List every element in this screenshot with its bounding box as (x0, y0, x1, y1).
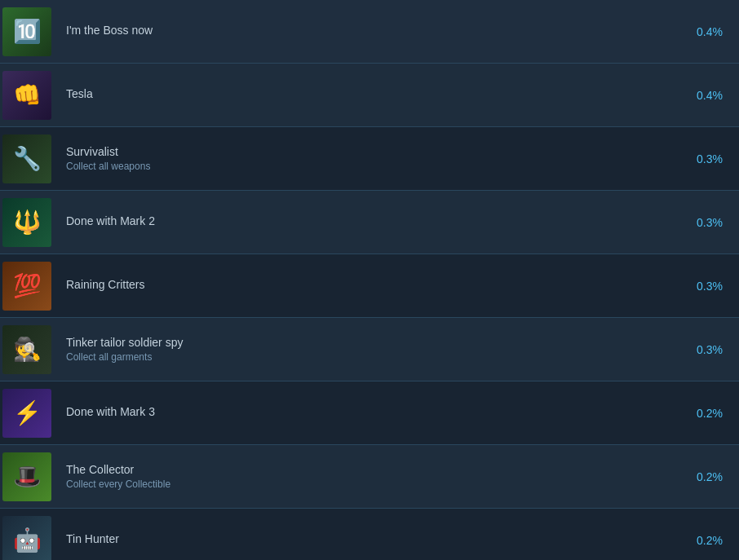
achievement-info-tesla: Tesla (54, 79, 690, 111)
achievement-percent-mark3: 0.2% (690, 407, 739, 420)
icon-symbol-collector: 🎩 (13, 465, 42, 488)
achievement-desc-collector: Collect every Collectible (66, 478, 678, 490)
achievement-icon-tinhunter: 🤖 (0, 509, 54, 560)
achievement-row-tesla[interactable]: 👊Tesla0.4% (0, 64, 739, 127)
icon-image-boss: 🔟 (2, 7, 51, 56)
achievement-info-boss: I'm the Boss now (54, 15, 690, 47)
achievement-percent-collector: 0.2% (690, 470, 739, 483)
achievement-name-spy: Tinker tailor soldier spy (66, 336, 678, 349)
icon-image-mark3: ⚡ (2, 389, 51, 438)
icon-symbol-boss: 🔟 (13, 20, 42, 43)
achievement-icon-tesla: 👊 (0, 64, 54, 126)
achievement-icon-mark3: ⚡ (0, 381, 54, 444)
achievement-percent-survivalist: 0.3% (690, 152, 739, 165)
achievement-percent-mark2: 0.3% (690, 216, 739, 229)
achievement-name-boss: I'm the Boss now (66, 24, 678, 37)
achievement-icon-critters: 💯 (0, 254, 54, 317)
icon-image-tesla: 👊 (2, 71, 51, 120)
icon-symbol-spy: 🕵 (13, 338, 42, 361)
achievement-name-mark3: Done with Mark 3 (66, 405, 678, 418)
achievement-info-spy: Tinker tailor soldier spyCollect all gar… (54, 328, 690, 371)
achievement-percent-critters: 0.3% (690, 280, 739, 293)
icon-symbol-mark2: 🔱 (13, 211, 42, 234)
achievement-percent-tesla: 0.4% (690, 89, 739, 102)
achievement-row-collector[interactable]: 🎩The CollectorCollect every Collectible0… (0, 445, 739, 509)
achievement-name-tesla: Tesla (66, 87, 678, 100)
achievement-name-collector: The Collector (66, 463, 678, 476)
icon-image-critters: 💯 (2, 262, 51, 311)
achievement-name-critters: Raining Critters (66, 278, 678, 291)
icon-symbol-critters: 💯 (13, 275, 42, 298)
achievement-icon-survivalist: 🔧 (0, 127, 54, 190)
achievement-row-spy[interactable]: 🕵Tinker tailor soldier spyCollect all ga… (0, 318, 739, 381)
achievement-row-boss[interactable]: 🔟I'm the Boss now0.4% (0, 0, 739, 64)
achievement-percent-boss: 0.4% (690, 25, 739, 38)
achievement-desc-survivalist: Collect all weapons (66, 161, 678, 172)
achievement-name-survivalist: Survivalist (66, 145, 678, 158)
achievement-row-critters[interactable]: 💯Raining Critters0.3% (0, 254, 739, 318)
icon-image-collector: 🎩 (2, 452, 51, 501)
achievement-percent-spy: 0.3% (690, 343, 739, 356)
achievement-icon-collector: 🎩 (0, 445, 54, 508)
achievement-info-survivalist: SurvivalistCollect all weapons (54, 137, 690, 180)
icon-symbol-survivalist: 🔧 (13, 148, 42, 170)
achievement-info-collector: The CollectorCollect every Collectible (54, 455, 690, 498)
achievement-info-critters: Raining Critters (54, 270, 690, 302)
achievement-icon-boss: 🔟 (0, 0, 54, 63)
achievement-row-mark2[interactable]: 🔱Done with Mark 20.3% (0, 191, 739, 254)
icon-image-spy: 🕵 (2, 325, 51, 374)
achievement-icon-mark2: 🔱 (0, 191, 54, 254)
icon-symbol-mark3: ⚡ (13, 402, 42, 425)
icon-image-tinhunter: 🤖 (2, 516, 51, 561)
icon-symbol-tinhunter: 🤖 (13, 529, 42, 552)
achievement-info-tinhunter: Tin Hunter (54, 524, 690, 556)
achievement-row-survivalist[interactable]: 🔧SurvivalistCollect all weapons0.3% (0, 127, 739, 191)
icon-image-survivalist: 🔧 (2, 134, 51, 183)
achievement-desc-spy: Collect all garments (66, 351, 678, 363)
achievement-row-mark3[interactable]: ⚡Done with Mark 30.2% (0, 381, 739, 445)
achievement-icon-spy: 🕵 (0, 318, 54, 381)
achievement-info-mark3: Done with Mark 3 (54, 397, 690, 429)
achievement-name-tinhunter: Tin Hunter (66, 532, 678, 545)
achievement-info-mark2: Done with Mark 2 (54, 206, 690, 238)
achievement-percent-tinhunter: 0.2% (690, 534, 739, 547)
achievement-row-tinhunter[interactable]: 🤖Tin Hunter0.2% (0, 509, 739, 560)
icon-symbol-tesla: 👊 (13, 84, 42, 107)
achievement-name-mark2: Done with Mark 2 (66, 214, 678, 227)
achievement-list: 🔟I'm the Boss now0.4%👊Tesla0.4%🔧Survival… (0, 0, 739, 560)
icon-image-mark2: 🔱 (2, 198, 51, 247)
